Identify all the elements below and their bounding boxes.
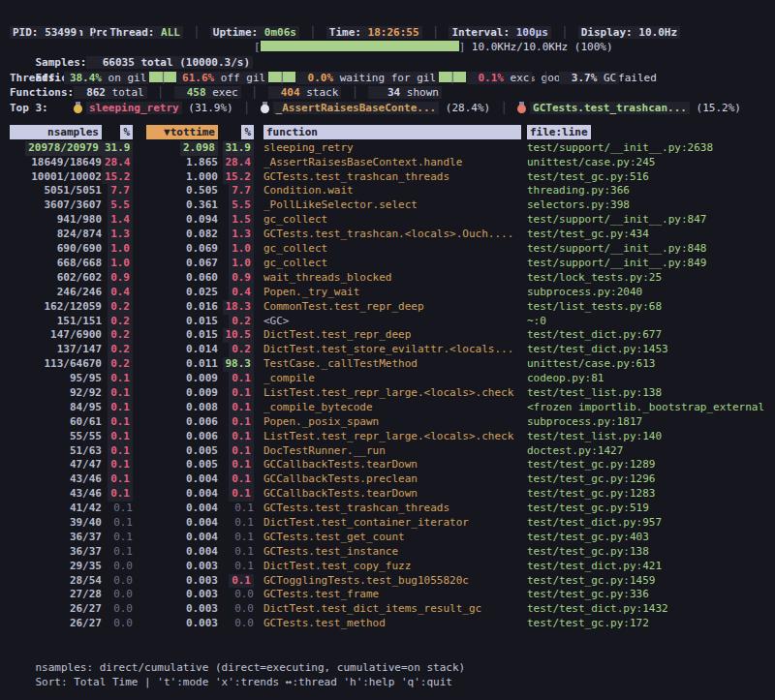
stat-value: 34 — [371, 85, 400, 101]
top-function-name[interactable]: GCTests.test_trashcan... — [530, 102, 690, 114]
cell-pct-direct: 0.1 — [102, 401, 133, 415]
cell-nsamples: 28/54 — [10, 574, 102, 589]
table-row[interactable]: 27/280.00.0030.0GCTests.test_frametest/t… — [10, 588, 765, 602]
table-row[interactable]: 941/9801.40.0941.5gc_collecttest/support… — [10, 213, 765, 228]
cell-file-line: test/test_gc.py:1289 — [521, 458, 765, 472]
cell-tottime: 0.015 — [133, 315, 218, 329]
cell-tottime: 0.009 — [133, 386, 218, 401]
table-row[interactable]: 36/370.10.0040.1GCTests.test_instancetes… — [10, 545, 765, 560]
cell-tottime: 0.016 — [133, 300, 218, 315]
cell-file-line: test/test_gc.py:403 — [521, 531, 765, 545]
column-header-file-line[interactable]: file:line — [521, 125, 765, 140]
table-row[interactable]: 36/370.10.0040.1GCTests.test_get_countte… — [10, 531, 765, 545]
cell-tottime: 0.004 — [133, 472, 218, 487]
table-row[interactable]: 137/1470.20.0140.2DictTest.test_store_ev… — [10, 343, 765, 357]
cell-function: DictTest.test_dict_items_result_gc — [254, 602, 521, 617]
top-function-name[interactable]: sleeping_retry — [86, 102, 182, 114]
cell-function: CommonTest.test_repr_deep — [254, 300, 521, 315]
cell-tottime: 0.014 — [133, 343, 218, 357]
cell-nsamples: 941/980 — [10, 213, 102, 228]
efficiency-line: Efficiency:[] 99.60% good, 0.40% failed — [10, 55, 765, 71]
table-row[interactable]: 43/460.10.0040.1GCCallbackTests.preclean… — [10, 472, 765, 487]
table-row[interactable]: 151/1510.20.0150.2<GC>~:0 — [10, 315, 765, 329]
table-row[interactable]: 84/950.10.0080.1_compile_bytecode<frozen… — [10, 401, 765, 415]
table-row[interactable]: 28/540.00.0030.1GCTogglingTests.test_bug… — [10, 574, 765, 589]
table-row[interactable]: 26/270.00.0030.0GCTests.test_methodtest/… — [10, 617, 765, 631]
table-row[interactable]: 5051/50517.70.5057.7Condition.waitthread… — [10, 184, 765, 198]
samples-bar — [261, 41, 459, 51]
table-row[interactable]: 55/550.10.0060.1ListTest.test_repr_large… — [10, 430, 765, 444]
table-row[interactable]: 246/2460.40.0250.4Popen._try_waitsubproc… — [10, 286, 765, 300]
cell-tottime: 0.003 — [133, 574, 218, 589]
top-function-name[interactable]: _AssertRaisesBaseConte... — [273, 102, 440, 114]
separator-icon: │ — [299, 26, 326, 39]
cell-nsamples: 137/147 — [10, 343, 102, 357]
cell-pct-cumulative: 0.1 — [218, 386, 254, 401]
cell-file-line: subprocess.py:1817 — [521, 415, 765, 430]
cell-pct-cumulative: 28.4 — [218, 156, 254, 170]
cell-pct-direct: 0.1 — [102, 502, 133, 516]
cell-pct-cumulative: 0.1 — [218, 444, 254, 459]
cell-tottime: 0.011 — [133, 357, 218, 372]
separator-icon: │ — [532, 72, 559, 84]
cell-file-line: test/test_gc.py:138 — [521, 545, 765, 560]
column-header-nsamples[interactable]: nsamples — [10, 125, 102, 140]
cell-tottime: 0.025 — [133, 286, 218, 300]
cell-pct-direct: 0.4 — [102, 286, 133, 300]
cell-pct-direct: 0.2 — [102, 328, 133, 343]
table-row[interactable]: 602/6020.90.0600.9wait_threads_blockedte… — [10, 271, 765, 286]
cell-tottime: 0.004 — [133, 545, 218, 560]
table-row[interactable]: 60/610.10.0060.1Popen._posix_spawnsubpro… — [10, 415, 765, 430]
cell-file-line: doctest.py:1427 — [521, 444, 765, 459]
table-row[interactable]: 147/69000.20.01510.5DictTest.test_repr_d… — [10, 328, 765, 343]
cell-pct-cumulative: 1.3 — [218, 228, 254, 242]
top-function-pct: (31.9%) — [182, 102, 233, 114]
column-header-%[interactable]: % — [102, 125, 133, 140]
column-header-%[interactable]: % — [218, 125, 254, 140]
column-header-function[interactable]: function — [254, 125, 521, 140]
cell-file-line: test/lock_tests.py:25 — [521, 271, 765, 286]
cell-tottime: 0.003 — [133, 560, 218, 574]
table-row[interactable]: 43/460.10.0040.1GCCallbackTests.tearDown… — [10, 487, 765, 502]
table-row[interactable]: 39/400.10.0040.1DictTest.test_container_… — [10, 516, 765, 531]
cell-pct-direct: 0.0 — [102, 602, 133, 617]
cell-tottime: 0.082 — [133, 228, 218, 242]
table-row[interactable]: 41/420.10.0040.1GCTests.test_trashcan_th… — [10, 502, 765, 516]
table-row[interactable]: 95/950.10.0090.1_compilecodeop.py:81 — [10, 372, 765, 386]
samples-bar-group: [] 10.0KHz/10.0KHz (100%) — [254, 40, 613, 55]
table-row[interactable]: 29/350.00.0030.1DictTest.test_copy_fuzzt… — [10, 560, 765, 574]
cell-function: DictTest.test_store_evilattr.<locals... — [254, 343, 521, 357]
table-row[interactable]: 113/646700.20.01198.3TestCase._callTestM… — [10, 357, 765, 372]
cell-file-line: test/test_dict.py:1432 — [521, 602, 765, 617]
table-row[interactable]: 668/6681.00.0671.0gc_collecttest/support… — [10, 257, 765, 271]
cell-pct-cumulative: 0.0 — [218, 602, 254, 617]
cell-nsamples: 602/602 — [10, 271, 102, 286]
table-row[interactable]: 26/270.00.0030.0DictTest.test_dict_items… — [10, 602, 765, 617]
table-row[interactable]: 3607/36075.50.3615.5_PollLikeSelector.se… — [10, 198, 765, 213]
cell-file-line: unittest/case.py:245 — [521, 156, 765, 170]
table-row[interactable]: 162/120590.20.01618.3CommonTest.test_rep… — [10, 300, 765, 315]
cell-pct-cumulative: 98.3 — [218, 357, 254, 372]
cell-function: gc_collect — [254, 257, 521, 271]
table-row[interactable]: 92/920.10.0090.1ListTest.test_repr_large… — [10, 386, 765, 401]
column-header-tottime[interactable]: ▼tottime — [133, 125, 218, 140]
table-row[interactable]: 51/630.10.0050.1DocTestRunner.__rundocte… — [10, 444, 765, 459]
table-row[interactable]: 18649/1864928.41.86528.4_AssertRaisesBas… — [10, 156, 765, 170]
table-row[interactable]: 47/470.10.0050.1GCCallbackTests.tearDown… — [10, 458, 765, 472]
cell-function: GCCallbackTests.preclean — [254, 472, 521, 487]
cell-pct-cumulative: 1.0 — [218, 257, 254, 271]
stat-value: 404 — [271, 85, 300, 101]
table-row[interactable]: 20978/2097931.92.09831.9sleeping_retryte… — [10, 141, 765, 156]
cell-file-line: test/test_list.py:138 — [521, 386, 765, 401]
separator-icon: │ — [183, 26, 210, 39]
status-segment-thread: Thread: ALL — [107, 26, 183, 39]
cell-function: Popen._posix_spawn — [254, 415, 521, 430]
table-row[interactable]: 10001/1000215.21.00015.2GCTests.test_tra… — [10, 170, 765, 185]
cell-tottime: 0.009 — [133, 372, 218, 386]
table-row[interactable]: 824/8741.30.0821.3GCTests.test_trashcan.… — [10, 228, 765, 242]
separator-icon: │ — [490, 102, 517, 114]
table-row[interactable]: 690/6901.00.0691.0gc_collecttest/support… — [10, 242, 765, 257]
stat-value: 38.4% — [67, 71, 102, 86]
separator-icon: │ — [341, 86, 368, 99]
status-value: 100µs — [516, 26, 548, 39]
